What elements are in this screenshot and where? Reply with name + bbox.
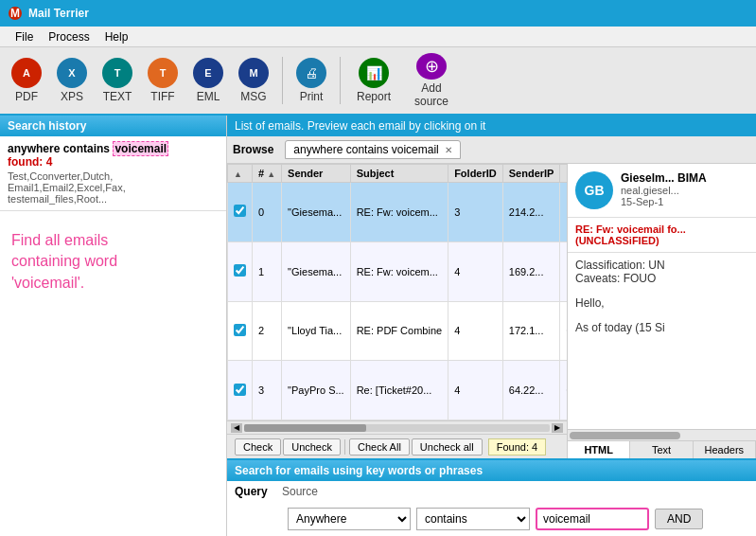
row-checkbox[interactable] xyxy=(228,241,253,301)
msg-button[interactable]: M MSG xyxy=(233,53,274,108)
row-checkbox[interactable] xyxy=(228,183,253,242)
print-icon: 🖨 xyxy=(296,58,326,88)
tab-close-icon[interactable]: ✕ xyxy=(445,145,452,155)
query-tags: Test,Cconverter,Dutch, Email1,Email2,Exc… xyxy=(8,170,219,205)
preview-subject: RE: Fw: voicemail fo... (UNCLASSiFIED) xyxy=(568,218,756,253)
preview-body: Classification: UNCaveats: FOUOHello,As … xyxy=(568,253,756,429)
avatar: GB xyxy=(575,171,613,209)
tiff-icon: T xyxy=(148,58,178,88)
scroll-left-icon[interactable]: ◀ xyxy=(231,423,242,433)
scroll-track[interactable] xyxy=(244,424,550,432)
row-subject: RE: Fw: voicem... xyxy=(350,183,448,242)
preview-tabs: HTML Text Headers xyxy=(568,440,756,458)
menu-help[interactable]: Help xyxy=(97,28,136,45)
row-ip: 169.2... xyxy=(502,241,560,301)
add-source-button[interactable]: ⊕ Add source xyxy=(403,53,460,108)
tiff-button[interactable]: T TIFF xyxy=(142,53,184,108)
anywhere-select[interactable]: Anywhere Subject Sender Body Date xyxy=(288,508,411,530)
row-num: 3 xyxy=(253,361,282,420)
col-subject[interactable]: Subject xyxy=(350,165,448,183)
sidebar: Search history anywhere contains voicema… xyxy=(0,116,227,536)
row-sender: "Lloyd Tia... xyxy=(282,301,351,361)
tab-headers[interactable]: Headers xyxy=(694,441,756,458)
row-ip: 64.22... xyxy=(502,361,560,420)
eml-button[interactable]: E EML xyxy=(187,53,229,108)
check-button[interactable]: Check xyxy=(235,438,281,456)
tab-bar: Browse anywhere contains voicemail ✕ xyxy=(227,136,756,164)
and-button[interactable]: AND xyxy=(655,509,703,529)
table-row[interactable]: 3 "PayPro S... Re: [Ticket#20... 4 64.22… xyxy=(228,361,568,420)
email-table-container: ▲ # ▲ Sender Subject FolderID SenderIP D… xyxy=(227,164,567,420)
table-row[interactable]: 0 "Giesema... RE: Fw: voicem... 3 214.2.… xyxy=(228,183,568,242)
uncheck-all-button[interactable]: Uncheck all xyxy=(412,438,483,456)
xps-icon: X xyxy=(57,58,87,88)
table-row[interactable]: 2 "Lloyd Tia... RE: PDF Combine 4 172.1.… xyxy=(228,301,568,361)
footer-separator xyxy=(344,439,345,455)
tab-html[interactable]: HTML xyxy=(568,441,630,458)
text-icon: T xyxy=(102,58,132,88)
email-list-tab[interactable]: anywhere contains voicemail ✕ xyxy=(285,140,460,159)
row-sender: "Giesema... xyxy=(282,241,351,301)
row-checkbox[interactable] xyxy=(228,361,253,420)
row-ip: 214.2... xyxy=(502,183,560,242)
sidebar-header: Search history xyxy=(0,116,226,136)
toolbar-separator-2 xyxy=(340,57,341,104)
app-icon: M xyxy=(8,6,23,21)
query-keyword: voicemail xyxy=(113,141,168,156)
sidebar-annotation: Find all emailscontaining word'voicemail… xyxy=(0,211,226,313)
preview-pane: GB Gieselm... BIMA neal.giesel... 15-Sep… xyxy=(567,164,756,458)
main-area: Search history anywhere contains voicema… xyxy=(0,116,756,536)
table-row[interactable]: 1 "Giesema... RE: Fw: voicem... 4 169.2.… xyxy=(228,241,568,301)
col-folderid[interactable]: FolderID xyxy=(448,165,503,183)
xps-button[interactable]: X XPS xyxy=(51,53,93,108)
row-sender: "Giesema... xyxy=(282,183,351,242)
keyword-input[interactable] xyxy=(536,508,649,530)
search-panel: Search for emails using key words or phr… xyxy=(227,458,756,536)
menu-process[interactable]: Process xyxy=(41,28,97,45)
row-folder: 4 xyxy=(448,241,503,301)
contains-select[interactable]: contains does not contain equals starts … xyxy=(416,508,530,530)
preview-sender: Gieselm... BIMA xyxy=(621,171,707,185)
check-all-button[interactable]: Check All xyxy=(349,438,410,456)
query-text: anywhere contains voicemail xyxy=(8,142,219,155)
row-date: 06-Sep xyxy=(560,301,567,361)
query-prefix: anywhere contains xyxy=(8,142,113,155)
add-source-icon: ⊕ xyxy=(416,53,447,80)
horizontal-scrollbar[interactable]: ◀ ▶ xyxy=(227,420,567,434)
row-date: 04-Sep xyxy=(560,361,567,420)
scroll-right-icon[interactable]: ▶ xyxy=(552,423,563,433)
row-sender: "PayPro S... xyxy=(282,361,351,420)
search-panel-header: Search for emails using key words or phr… xyxy=(227,460,756,481)
search-history-item[interactable]: anywhere contains voicemail found: 4 Tes… xyxy=(0,136,226,211)
text-button[interactable]: T TEXT xyxy=(97,53,138,108)
toolbar-separator xyxy=(282,57,283,104)
col-date[interactable]: Date xyxy=(560,165,567,183)
footer-controls: Check Uncheck Check All Uncheck all Foun… xyxy=(227,434,567,458)
preview-header: GB Gieselm... BIMA neal.giesel... 15-Sep… xyxy=(568,164,756,218)
email-table: ▲ # ▲ Sender Subject FolderID SenderIP D… xyxy=(227,164,567,420)
eml-icon: E xyxy=(193,58,223,88)
col-checkbox: ▲ xyxy=(228,165,253,183)
print-button[interactable]: 🖨 Print xyxy=(290,53,332,108)
pdf-button[interactable]: A PDF xyxy=(6,53,47,108)
query-label: Query xyxy=(235,485,282,498)
col-senderip[interactable]: SenderIP xyxy=(502,165,560,183)
tab-text[interactable]: Text xyxy=(630,441,693,458)
search-row: Anywhere Subject Sender Body Date contai… xyxy=(227,502,756,536)
preview-email: neal.giesel... xyxy=(621,185,707,196)
preview-scrollbar[interactable] xyxy=(568,429,756,440)
col-sender[interactable]: Sender xyxy=(282,165,351,183)
row-subject: Re: [Ticket#20... xyxy=(350,361,448,420)
title-bar: M Mail Terrier xyxy=(0,0,756,27)
menu-bar: File Process Help xyxy=(0,27,756,47)
col-num[interactable]: # ▲ xyxy=(253,165,282,183)
content-area: List of emails. Preview each email by cl… xyxy=(227,116,756,536)
menu-file[interactable]: File xyxy=(8,28,41,45)
row-ip: 172.1... xyxy=(502,301,560,361)
found-badge: Found: 4 xyxy=(488,438,546,456)
uncheck-button[interactable]: Uncheck xyxy=(283,438,341,456)
preview-scroll-thumb[interactable] xyxy=(570,432,680,439)
scroll-thumb[interactable] xyxy=(244,424,366,432)
row-checkbox[interactable] xyxy=(228,301,253,361)
report-button[interactable]: 📊 Report xyxy=(348,53,399,108)
